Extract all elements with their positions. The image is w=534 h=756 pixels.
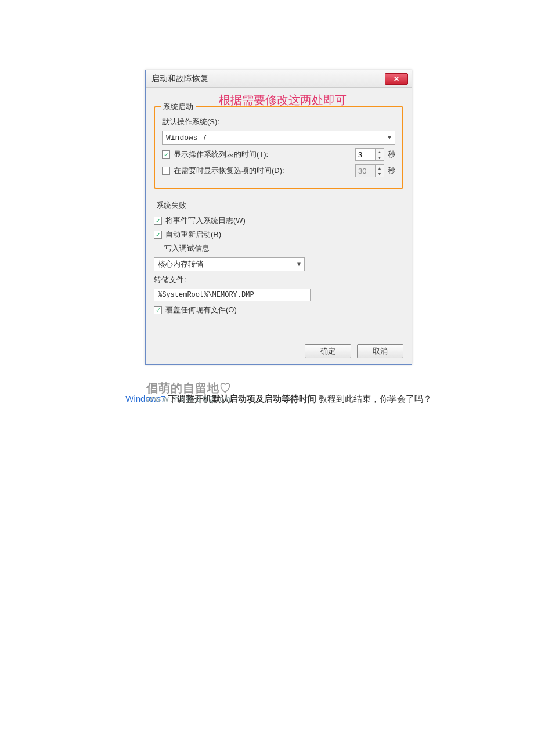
spinner-down-icon: ▼	[376, 171, 384, 177]
default-os-label-row: 默认操作系统(S):	[162, 117, 395, 127]
auto-restart-label: 自动重新启动(R)	[165, 229, 221, 240]
dialog-button-row: 确定 取消	[146, 341, 412, 364]
spinner-buttons[interactable]: ▲ ▼	[375, 148, 384, 161]
default-os-label: 默认操作系统(S):	[162, 117, 219, 127]
chevron-down-icon: ▼	[297, 261, 301, 268]
default-os-combo[interactable]: Windows 7 ▼	[162, 131, 395, 145]
startup-recovery-dialog: 启动和故障恢复 ✕ 根据需要修改这两处即可 系统启动 默认操作系统(S): Wi…	[145, 70, 412, 365]
auto-restart-checkbox[interactable]: ✓	[154, 231, 162, 239]
dump-file-label-row: 转储文件:	[154, 275, 403, 285]
tutorial-caption: Windows7 下调整开机默认启动项及启动等待时间 教程到此结束，你学会了吗？	[99, 394, 459, 405]
dump-file-value: %SystemRoot%\MEMORY.DMP	[158, 291, 254, 299]
close-button[interactable]: ✕	[385, 73, 408, 85]
caption-bold: 下调整开机默认启动项及启动等待时间	[165, 394, 316, 404]
debug-info-label: 写入调试信息	[164, 243, 210, 254]
dump-file-label: 转储文件:	[154, 275, 186, 285]
show-recovery-spinner[interactable]: ▲ ▼	[355, 164, 384, 177]
show-recovery-checkbox[interactable]	[162, 167, 170, 175]
group-system-failure: 系统失败 ✓ 将事件写入系统日志(W) ✓ 自动重新启动(R) 写入调试信息 核…	[154, 206, 403, 326]
debug-type-combo[interactable]: 核心内存转储 ▼	[154, 257, 305, 271]
show-recovery-label: 在需要时显示恢复选项的时间(D):	[174, 165, 284, 176]
write-log-label: 将事件写入系统日志(W)	[165, 215, 246, 226]
dump-file-field[interactable]: %SystemRoot%\MEMORY.DMP	[154, 289, 311, 301]
show-os-list-spinner[interactable]: ▲ ▼	[355, 148, 384, 161]
default-os-value: Windows 7	[166, 134, 207, 142]
debug-info-label-row: 写入调试信息	[154, 243, 403, 254]
spinner-buttons: ▲ ▼	[375, 164, 384, 177]
overwrite-checkbox[interactable]: ✓	[154, 306, 162, 314]
show-os-list-value[interactable]	[355, 148, 375, 161]
caption-rest: 教程到此结束，你学会了吗？	[316, 394, 432, 404]
chevron-down-icon: ▼	[388, 135, 391, 141]
write-log-row: ✓ 将事件写入系统日志(W)	[154, 215, 403, 226]
annotation-text: 根据需要修改这两处即可	[219, 92, 347, 108]
seconds-unit: 秒	[388, 149, 395, 160]
show-os-list-row: ✓ 显示操作系统列表的时间(T): ▲ ▼ 秒	[162, 148, 395, 161]
group-label-startup: 系统启动	[161, 102, 196, 112]
auto-restart-row: ✓ 自动重新启动(R)	[154, 229, 403, 240]
dialog-title: 启动和故障恢复	[151, 74, 208, 84]
overwrite-row: ✓ 覆盖任何现有文件(O)	[154, 305, 403, 315]
spinner-down-icon[interactable]: ▼	[376, 154, 384, 160]
show-recovery-value	[355, 164, 375, 177]
debug-type-value: 核心内存转储	[158, 259, 203, 269]
cancel-button[interactable]: 取消	[357, 344, 403, 358]
ok-button[interactable]: 确定	[305, 344, 351, 358]
write-log-checkbox[interactable]: ✓	[154, 217, 162, 225]
dialog-content: 根据需要修改这两处即可 系统启动 默认操作系统(S): Windows 7 ▼ …	[146, 88, 412, 341]
spinner-up-icon: ▲	[376, 165, 384, 171]
spinner-up-icon[interactable]: ▲	[376, 149, 384, 154]
caption-keyword: Windows7	[125, 394, 165, 404]
titlebar: 启动和故障恢复 ✕	[146, 70, 412, 88]
group-label-failure: 系统失败	[154, 200, 189, 211]
close-icon: ✕	[394, 75, 399, 83]
seconds-unit: 秒	[388, 165, 395, 176]
overwrite-label: 覆盖任何现有文件(O)	[165, 305, 237, 315]
show-os-list-label: 显示操作系统列表的时间(T):	[174, 149, 268, 160]
show-os-list-checkbox[interactable]: ✓	[162, 150, 170, 159]
group-system-startup: 根据需要修改这两处即可 系统启动 默认操作系统(S): Windows 7 ▼ …	[154, 106, 403, 189]
show-recovery-row: 在需要时显示恢复选项的时间(D): ▲ ▼ 秒	[162, 164, 395, 177]
